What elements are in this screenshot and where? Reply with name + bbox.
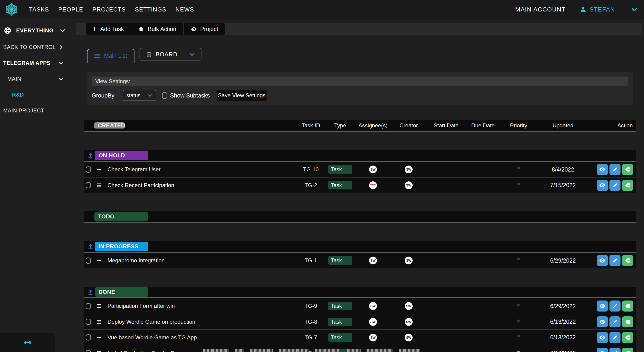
group-sort-button[interactable] (86, 242, 95, 251)
drag-handle-icon[interactable] (96, 258, 102, 263)
project-button[interactable]: Project (184, 23, 225, 35)
task-title[interactable]: Deploy Wordle Game on production (108, 319, 195, 325)
chevron-down-icon (58, 60, 64, 66)
drag-handle-icon[interactable] (96, 182, 102, 188)
edit-task-button[interactable] (610, 316, 620, 327)
tag-task-button[interactable] (622, 316, 633, 327)
nav-item-settings[interactable]: SETTINGS (130, 6, 171, 13)
view-task-button[interactable] (597, 255, 608, 266)
bulk-action-icon (138, 26, 144, 32)
sidebar-item-main[interactable]: MAIN (0, 76, 76, 82)
row-checkbox[interactable] (86, 334, 91, 341)
creator-cell: SW (390, 302, 427, 310)
edit-task-button[interactable] (610, 255, 620, 266)
view-task-button[interactable] (597, 301, 608, 312)
view-task-button[interactable] (597, 164, 608, 175)
tag-task-button[interactable] (622, 255, 633, 266)
task-title[interactable]: Megapromo Integration (108, 257, 165, 264)
sidebar-item-main-project[interactable]: MAIN PROJECT (0, 108, 76, 114)
sidebar-resize-icon[interactable] (24, 340, 32, 345)
view-task-button[interactable] (597, 332, 608, 343)
nav-item-news[interactable]: NEWS (171, 6, 199, 13)
sidebar-item-back-to-control[interactable]: BACK TO CONTROL (0, 44, 76, 50)
main-account-menu[interactable]: MAIN ACCOUNT (515, 6, 566, 13)
drag-handle-icon[interactable] (96, 303, 102, 309)
task-title[interactable]: Participation Form after win (108, 303, 175, 309)
priority-cell (501, 334, 536, 341)
edit-task-button[interactable] (610, 332, 620, 343)
drag-handle-icon[interactable] (96, 319, 102, 325)
nav-item-projects[interactable]: PROJECTS (88, 6, 130, 13)
drag-handle-icon[interactable] (96, 167, 102, 172)
row-checkbox[interactable] (86, 319, 91, 325)
tag-icon (624, 257, 631, 264)
task-id: TG-8 (297, 319, 325, 325)
task-name-cell: Vue based Wordle Game as TG App (84, 334, 297, 341)
drag-handle-icon[interactable] (96, 351, 102, 352)
pencil-icon (612, 350, 618, 352)
row-checkbox[interactable] (86, 167, 91, 173)
eye-icon (599, 303, 606, 310)
task-title[interactable]: Check Recent Participation (108, 182, 174, 188)
top-navbar: TASKSPEOPLEPROJECTSSETTINGSNEWS MAIN ACC… (0, 0, 644, 19)
task-type-cell: Task (325, 333, 356, 342)
scope-label: EVERYTHING (16, 27, 54, 34)
creator-avatar: SW (405, 318, 412, 326)
task-title[interactable]: Check Telegram User (108, 166, 160, 173)
view-task-button[interactable] (597, 348, 608, 352)
save-view-settings-button[interactable]: Save View Settings (217, 90, 267, 101)
plus-icon: + (92, 25, 97, 32)
updated-date: 6/13/2022 (536, 334, 590, 341)
account-chevron-down-icon[interactable] (631, 6, 638, 13)
edit-task-button[interactable] (610, 180, 620, 191)
row-checkbox[interactable] (86, 303, 91, 309)
creator-avatar: SW (405, 334, 412, 342)
group-sort-button[interactable] (86, 151, 95, 160)
show-subtasks-checkbox[interactable] (162, 92, 168, 99)
row-checkbox[interactable] (86, 257, 91, 264)
task-row: Participation Form after winTG-9TaskSWSW… (84, 298, 636, 314)
task-title[interactable]: Vue based Wordle Game as TG App (108, 334, 197, 341)
tag-task-button[interactable] (622, 180, 633, 191)
add-task-button[interactable]: + Add Task (86, 23, 131, 35)
tab-main-list[interactable]: Main List (87, 49, 134, 63)
tag-task-button[interactable] (622, 301, 633, 312)
sidebar-item-r-d[interactable]: R&D (0, 92, 76, 98)
action-cell (590, 164, 636, 175)
column-header-action: Action (590, 122, 636, 129)
task-type-badge: Task (328, 181, 352, 189)
eye-icon (599, 319, 606, 325)
user-name: STEFAN (590, 6, 615, 13)
group-header-todo: TODO (84, 211, 636, 223)
edit-task-button[interactable] (610, 301, 620, 312)
nav-item-tasks[interactable]: TASKS (24, 6, 54, 13)
row-checkbox[interactable] (86, 350, 91, 352)
task-title[interactable]: Install Production Env for Demo (108, 350, 185, 352)
sidebar-scope-everything[interactable]: EVERYTHING (0, 19, 76, 34)
column-header-type: Type (325, 122, 356, 129)
view-task-button[interactable] (597, 316, 608, 327)
group-sort-button[interactable] (86, 288, 95, 296)
tab-board-dropdown[interactable]: BOARD (140, 48, 202, 61)
groupby-select[interactable]: status (123, 90, 156, 101)
bulk-action-button[interactable]: Bulk Action (131, 23, 184, 35)
navbar-right: MAIN ACCOUNT STEFAN (515, 6, 639, 13)
tag-task-button[interactable] (622, 332, 633, 343)
action-cell (590, 255, 636, 266)
task-group-in-progress: IN PROGRESSMegapromo IntegrationTG-1Task… (84, 241, 636, 268)
task-row: Check Telegram UserTG-10TaskSWSW8/4/2022 (84, 162, 636, 177)
nav-item-people[interactable]: PEOPLE (54, 6, 88, 13)
user-menu[interactable]: STEFAN (580, 6, 615, 13)
row-checkbox[interactable] (86, 182, 91, 188)
sidebar-item-telegram-apps[interactable]: TELEGRAM APPS (0, 60, 76, 66)
drag-handle-icon[interactable] (96, 335, 102, 340)
app-logo-icon[interactable] (6, 3, 18, 16)
tag-task-button[interactable] (622, 348, 633, 352)
edit-task-button[interactable] (610, 348, 620, 352)
tag-task-button[interactable] (622, 164, 633, 175)
edit-task-button[interactable] (610, 164, 620, 175)
view-task-button[interactable] (597, 180, 608, 191)
pencil-icon (612, 182, 618, 188)
group-badge: IN PROGRESS (95, 242, 148, 251)
updated-date: 6/29/2022 (536, 303, 590, 310)
